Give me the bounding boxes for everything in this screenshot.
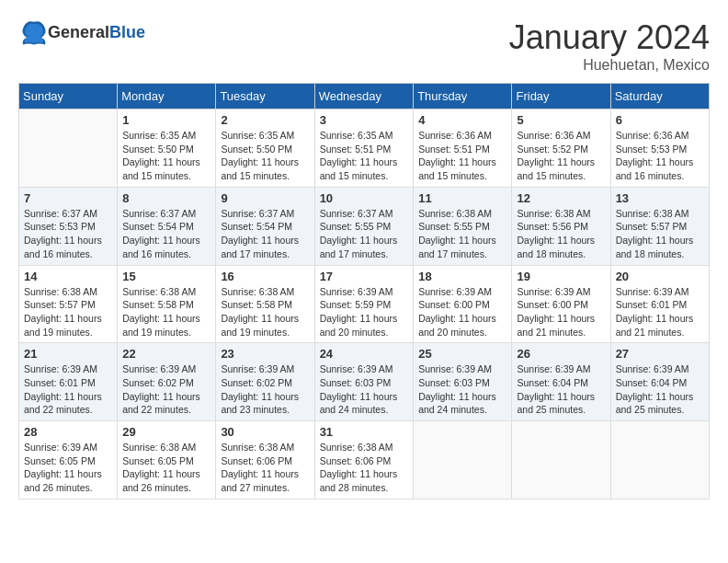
- weekday-header-row: SundayMondayTuesdayWednesdayThursdayFrid…: [19, 84, 710, 109]
- calendar-cell: 21Sunrise: 6:39 AMSunset: 6:01 PMDayligh…: [19, 343, 118, 421]
- day-info: Sunrise: 6:35 AMSunset: 5:50 PMDaylight:…: [122, 129, 210, 183]
- calendar-cell: 4Sunrise: 6:36 AMSunset: 5:51 PMDaylight…: [414, 109, 512, 188]
- calendar-cell: 12Sunrise: 6:38 AMSunset: 5:56 PMDayligh…: [512, 187, 610, 265]
- day-number: 20: [616, 270, 704, 283]
- day-info: Sunrise: 6:39 AMSunset: 6:05 PMDaylight:…: [24, 441, 112, 495]
- calendar-cell: 30Sunrise: 6:38 AMSunset: 6:06 PMDayligh…: [216, 421, 314, 500]
- calendar-week-row: 28Sunrise: 6:39 AMSunset: 6:05 PMDayligh…: [19, 421, 710, 500]
- page-header: GeneralBlue January 2024 Huehuetan, Mexi…: [18, 18, 710, 74]
- calendar-week-row: 7Sunrise: 6:37 AMSunset: 5:53 PMDaylight…: [19, 187, 710, 265]
- day-info: Sunrise: 6:37 AMSunset: 5:53 PMDaylight:…: [24, 207, 112, 261]
- calendar-cell: 11Sunrise: 6:38 AMSunset: 5:55 PMDayligh…: [414, 187, 512, 265]
- calendar-cell: 13Sunrise: 6:38 AMSunset: 5:57 PMDayligh…: [610, 187, 709, 265]
- day-info: Sunrise: 6:37 AMSunset: 5:54 PMDaylight:…: [122, 207, 210, 261]
- day-number: 29: [122, 425, 210, 439]
- day-number: 28: [24, 425, 112, 439]
- day-info: Sunrise: 6:38 AMSunset: 6:05 PMDaylight:…: [122, 441, 210, 495]
- calendar-cell: 16Sunrise: 6:38 AMSunset: 5:58 PMDayligh…: [216, 265, 314, 343]
- day-info: Sunrise: 6:36 AMSunset: 5:52 PMDaylight:…: [517, 129, 605, 183]
- calendar-cell: 20Sunrise: 6:39 AMSunset: 6:01 PMDayligh…: [610, 265, 709, 343]
- day-number: 19: [517, 270, 605, 283]
- calendar-cell: 7Sunrise: 6:37 AMSunset: 5:53 PMDaylight…: [19, 187, 118, 265]
- day-number: 9: [221, 191, 309, 205]
- calendar-cell: 14Sunrise: 6:38 AMSunset: 5:57 PMDayligh…: [19, 265, 118, 343]
- calendar-cell: [19, 109, 118, 188]
- day-info: Sunrise: 6:38 AMSunset: 6:06 PMDaylight:…: [320, 441, 409, 495]
- day-number: 12: [517, 191, 605, 205]
- day-info: Sunrise: 6:39 AMSunset: 6:03 PMDaylight:…: [418, 362, 506, 417]
- day-info: Sunrise: 6:38 AMSunset: 6:06 PMDaylight:…: [221, 441, 309, 495]
- day-number: 10: [320, 191, 409, 205]
- day-number: 30: [221, 425, 309, 439]
- day-info: Sunrise: 6:39 AMSunset: 6:01 PMDaylight:…: [616, 285, 704, 339]
- calendar-cell: 5Sunrise: 6:36 AMSunset: 5:52 PMDaylight…: [512, 109, 610, 188]
- day-info: Sunrise: 6:38 AMSunset: 5:56 PMDaylight:…: [517, 207, 605, 261]
- weekday-header-monday: Monday: [118, 84, 216, 109]
- day-info: Sunrise: 6:39 AMSunset: 6:00 PMDaylight:…: [517, 285, 605, 339]
- calendar-cell: 2Sunrise: 6:35 AMSunset: 5:50 PMDaylight…: [216, 109, 314, 188]
- day-info: Sunrise: 6:36 AMSunset: 5:53 PMDaylight:…: [616, 129, 704, 183]
- day-info: Sunrise: 6:39 AMSunset: 5:59 PMDaylight:…: [320, 285, 409, 339]
- weekday-header-sunday: Sunday: [19, 84, 118, 109]
- calendar-cell: 17Sunrise: 6:39 AMSunset: 5:59 PMDayligh…: [314, 265, 414, 343]
- calendar-cell: 22Sunrise: 6:39 AMSunset: 6:02 PMDayligh…: [118, 343, 216, 421]
- calendar-week-row: 1Sunrise: 6:35 AMSunset: 5:50 PMDaylight…: [19, 109, 710, 188]
- day-info: Sunrise: 6:39 AMSunset: 6:04 PMDaylight:…: [517, 362, 605, 417]
- weekday-header-wednesday: Wednesday: [314, 84, 414, 109]
- day-info: Sunrise: 6:38 AMSunset: 5:58 PMDaylight:…: [122, 285, 210, 339]
- day-info: Sunrise: 6:39 AMSunset: 6:04 PMDaylight:…: [616, 362, 704, 417]
- weekday-header-thursday: Thursday: [414, 84, 512, 109]
- location-title: Huehuetan, Mexico: [509, 57, 710, 74]
- day-number: 31: [320, 425, 409, 439]
- day-number: 17: [320, 270, 409, 283]
- day-info: Sunrise: 6:39 AMSunset: 6:02 PMDaylight:…: [122, 362, 210, 417]
- logo: GeneralBlue: [18, 18, 145, 46]
- logo-text: GeneralBlue: [48, 23, 145, 42]
- day-number: 26: [517, 347, 605, 361]
- day-number: 7: [24, 191, 112, 205]
- calendar-cell: [512, 421, 610, 500]
- day-info: Sunrise: 6:39 AMSunset: 6:00 PMDaylight:…: [418, 285, 506, 339]
- day-number: 3: [320, 113, 409, 127]
- day-number: 6: [616, 113, 704, 127]
- calendar-cell: 1Sunrise: 6:35 AMSunset: 5:50 PMDaylight…: [118, 109, 216, 188]
- day-number: 1: [122, 113, 210, 127]
- day-number: 23: [221, 347, 309, 361]
- calendar-table: SundayMondayTuesdayWednesdayThursdayFrid…: [18, 83, 710, 500]
- title-block: January 2024 Huehuetan, Mexico: [509, 18, 710, 74]
- logo-icon: [20, 18, 48, 46]
- calendar-cell: 10Sunrise: 6:37 AMSunset: 5:55 PMDayligh…: [314, 187, 414, 265]
- day-info: Sunrise: 6:39 AMSunset: 6:03 PMDaylight:…: [320, 362, 409, 417]
- day-number: 11: [418, 191, 506, 205]
- calendar-cell: 15Sunrise: 6:38 AMSunset: 5:58 PMDayligh…: [118, 265, 216, 343]
- calendar-week-row: 14Sunrise: 6:38 AMSunset: 5:57 PMDayligh…: [19, 265, 710, 343]
- calendar-cell: 9Sunrise: 6:37 AMSunset: 5:54 PMDaylight…: [216, 187, 314, 265]
- calendar-cell: [414, 421, 512, 500]
- day-number: 24: [320, 347, 409, 361]
- day-info: Sunrise: 6:39 AMSunset: 6:02 PMDaylight:…: [221, 362, 309, 417]
- day-number: 5: [517, 113, 605, 127]
- calendar-cell: 19Sunrise: 6:39 AMSunset: 6:00 PMDayligh…: [512, 265, 610, 343]
- logo-blue: Blue: [109, 23, 145, 41]
- calendar-cell: 28Sunrise: 6:39 AMSunset: 6:05 PMDayligh…: [19, 421, 118, 500]
- day-number: 27: [616, 347, 704, 361]
- day-info: Sunrise: 6:36 AMSunset: 5:51 PMDaylight:…: [418, 129, 506, 183]
- day-number: 16: [221, 270, 309, 283]
- calendar-cell: 29Sunrise: 6:38 AMSunset: 6:05 PMDayligh…: [118, 421, 216, 500]
- calendar-week-row: 21Sunrise: 6:39 AMSunset: 6:01 PMDayligh…: [19, 343, 710, 421]
- day-info: Sunrise: 6:38 AMSunset: 5:55 PMDaylight:…: [418, 207, 506, 261]
- day-info: Sunrise: 6:35 AMSunset: 5:51 PMDaylight:…: [320, 129, 409, 183]
- day-info: Sunrise: 6:35 AMSunset: 5:50 PMDaylight:…: [221, 129, 309, 183]
- day-info: Sunrise: 6:37 AMSunset: 5:55 PMDaylight:…: [320, 207, 409, 261]
- day-info: Sunrise: 6:37 AMSunset: 5:54 PMDaylight:…: [221, 207, 309, 261]
- day-number: 18: [418, 270, 506, 283]
- calendar-cell: 18Sunrise: 6:39 AMSunset: 6:00 PMDayligh…: [414, 265, 512, 343]
- calendar-cell: 23Sunrise: 6:39 AMSunset: 6:02 PMDayligh…: [216, 343, 314, 421]
- day-number: 4: [418, 113, 506, 127]
- day-info: Sunrise: 6:39 AMSunset: 6:01 PMDaylight:…: [24, 362, 112, 417]
- calendar-cell: [610, 421, 709, 500]
- day-number: 8: [122, 191, 210, 205]
- calendar-cell: 26Sunrise: 6:39 AMSunset: 6:04 PMDayligh…: [512, 343, 610, 421]
- calendar-cell: 25Sunrise: 6:39 AMSunset: 6:03 PMDayligh…: [414, 343, 512, 421]
- day-number: 15: [122, 270, 210, 283]
